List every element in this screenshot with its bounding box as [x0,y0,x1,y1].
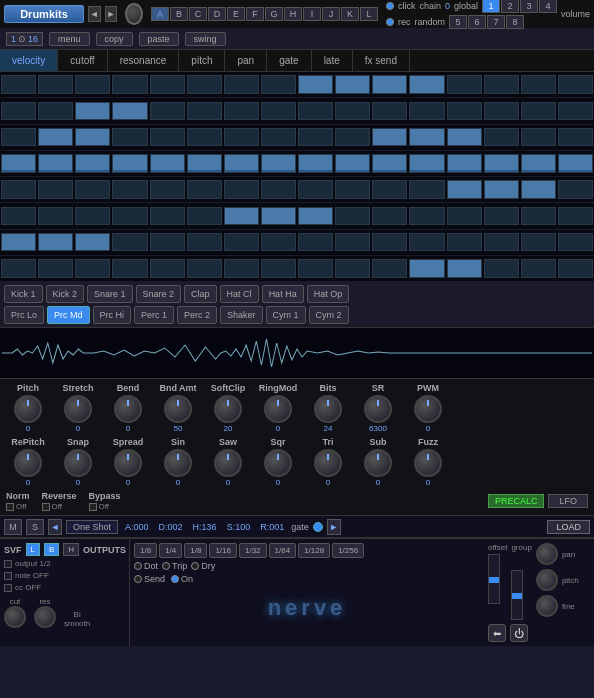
seq-cell-4-0[interactable] [1,180,36,199]
letter-btn-C[interactable]: C [189,7,207,21]
power-button-2[interactable]: ⏻ [510,624,528,642]
seq-cell-4-8[interactable] [298,180,333,199]
seq-cell-2-10[interactable] [372,128,407,147]
seq-cell-1-12[interactable] [447,102,482,121]
letter-btn-L[interactable]: L [360,7,378,21]
drum-btn-snare-2[interactable]: Snare 2 [136,285,182,303]
drum-btn-kick-2[interactable]: Kick 2 [46,285,85,303]
seq-cell-2-11[interactable] [409,128,444,147]
seq-cell-1-3[interactable] [112,102,147,121]
drum-btn-clap[interactable]: Clap [184,285,217,303]
seq-cell-7-12[interactable] [447,259,482,278]
seq-cell-5-13[interactable] [484,207,519,226]
seq-cell-1-9[interactable] [335,102,370,121]
note-btn-1-4[interactable]: 1/4 [159,543,182,558]
seq-cell-5-6[interactable] [224,207,259,226]
seq-cell-5-4[interactable] [150,207,185,226]
vel-tab-gate[interactable]: gate [267,50,311,71]
seq-cell-0-2[interactable] [75,75,110,94]
seq-cell-6-7[interactable] [261,233,296,252]
seq-cell-6-0[interactable] [1,233,36,252]
seq-cell-3-5[interactable] [187,154,222,173]
seq-cell-5-7[interactable] [261,207,296,226]
swing-button[interactable]: swing [185,32,226,46]
letter-btn-J[interactable]: J [322,7,340,21]
seq-cell-1-11[interactable] [409,102,444,121]
knob-pitch[interactable] [14,395,42,423]
num-bottom-7[interactable]: 7 [487,15,505,29]
knob-sub[interactable] [364,449,392,477]
letter-btn-K[interactable]: K [341,7,359,21]
seq-cell-3-3[interactable] [112,154,147,173]
output-check-3[interactable] [4,584,12,592]
seq-cell-7-8[interactable] [298,259,333,278]
drum-btn-cym-1[interactable]: Cym 1 [266,306,306,324]
drum-btn-shaker[interactable]: Shaker [220,306,263,324]
seq-cell-5-3[interactable] [112,207,147,226]
seq-cell-1-15[interactable] [558,102,593,121]
offset-slider[interactable] [488,554,500,604]
filter-h-button[interactable]: H [63,543,79,556]
vel-tab-pan[interactable]: pan [225,50,267,71]
knob-repitch[interactable] [14,449,42,477]
drumkits-button[interactable]: Drumkits [4,5,84,23]
seq-cell-5-12[interactable] [447,207,482,226]
on-radio[interactable]: On [171,574,193,584]
pan-knob[interactable] [536,543,558,565]
note-btn-1-256[interactable]: 1/256 [332,543,364,558]
note-btn-1-8[interactable]: 1/8 [134,543,157,558]
seq-cell-7-1[interactable] [38,259,73,278]
output-check-1[interactable] [4,560,12,568]
seq-cell-1-2[interactable] [75,102,110,121]
seq-cell-4-7[interactable] [261,180,296,199]
seq-cell-6-3[interactable] [112,233,147,252]
toggle-state-norm[interactable]: Off [6,502,27,511]
knob-tri[interactable] [314,449,342,477]
seq-cell-4-11[interactable] [409,180,444,199]
rec-radio[interactable] [386,18,394,26]
drum-btn-perc-2[interactable]: Perc 2 [177,306,217,324]
seq-cell-2-0[interactable] [1,128,36,147]
seq-cell-3-1[interactable] [38,154,73,173]
seq-cell-5-0[interactable] [1,207,36,226]
lfo-button[interactable]: LFO [548,494,588,508]
seq-cell-0-6[interactable] [224,75,259,94]
seq-cell-4-14[interactable] [521,180,556,199]
seq-cell-0-10[interactable] [372,75,407,94]
seq-cell-6-6[interactable] [224,233,259,252]
seq-cell-2-7[interactable] [261,128,296,147]
seq-cell-3-6[interactable] [224,154,259,173]
note-btn-1-16[interactable]: 1/16 [209,543,237,558]
drum-btn-prc-hi[interactable]: Prc Hi [93,306,132,324]
seq-cell-1-7[interactable] [261,102,296,121]
letter-btn-H[interactable]: H [284,7,302,21]
power-button-1[interactable]: ⬅ [488,624,506,642]
num-top-1[interactable]: 1 [482,0,500,13]
drum-btn-prc-lo[interactable]: Prc Lo [4,306,44,324]
seq-cell-3-8[interactable] [298,154,333,173]
seq-cell-1-4[interactable] [150,102,185,121]
seq-cell-6-5[interactable] [187,233,222,252]
drum-btn-perc-1[interactable]: Perc 1 [134,306,174,324]
seq-cell-2-2[interactable] [75,128,110,147]
knob-saw[interactable] [214,449,242,477]
seq-cell-4-10[interactable] [372,180,407,199]
seq-cell-0-9[interactable] [335,75,370,94]
seq-cell-0-12[interactable] [447,75,482,94]
seq-cell-3-14[interactable] [521,154,556,173]
knob-spread[interactable] [114,449,142,477]
seq-cell-3-11[interactable] [409,154,444,173]
seq-cell-6-9[interactable] [335,233,370,252]
note-btn-1-128[interactable]: 1/128 [298,543,330,558]
knob-bits[interactable] [314,395,342,423]
menu-button[interactable]: menu [49,32,90,46]
seq-cell-2-9[interactable] [335,128,370,147]
seq-cell-6-15[interactable] [558,233,593,252]
seq-cell-5-10[interactable] [372,207,407,226]
num-top-2[interactable]: 2 [501,0,519,13]
seq-cell-0-3[interactable] [112,75,147,94]
knob-fuzz[interactable] [414,449,442,477]
group-slider[interactable] [511,570,523,620]
seq-cell-7-11[interactable] [409,259,444,278]
seq-cell-2-4[interactable] [150,128,185,147]
